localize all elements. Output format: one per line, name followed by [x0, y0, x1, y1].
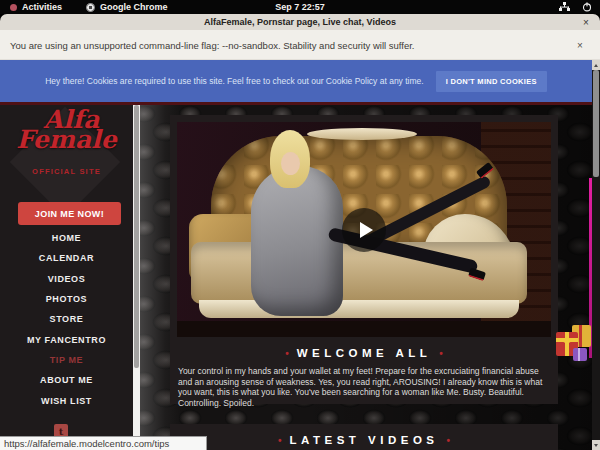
scroll-down-button[interactable] — [592, 440, 600, 450]
model-fur-coat — [251, 166, 343, 316]
sidebar-item-wish-list[interactable]: WISH LIST — [0, 390, 133, 410]
welcome-title: WELCOME ALL — [297, 347, 432, 359]
join-me-now-button[interactable]: JOIN ME NOW! — [18, 202, 121, 225]
network-icon[interactable] — [559, 2, 570, 12]
latest-videos-card: • LATEST VIDEOS • — [170, 424, 558, 450]
window-title: AlfaFemale, Pornstar page, Live chat, Vi… — [0, 14, 600, 30]
screen: Activities Google Chrome Sep 7 22:57 Alf… — [0, 0, 600, 450]
heading-dot-icon: • — [439, 348, 443, 359]
sidebar-nav: HOME CALENDAR VIDEOS PHOTOS STORE MY FAN… — [0, 228, 133, 411]
gift-tip-widget[interactable] — [556, 322, 592, 362]
system-tray — [559, 0, 592, 14]
couch-base — [199, 300, 519, 318]
video-floor — [177, 321, 551, 337]
play-icon — [360, 222, 373, 238]
cookie-message: Hey there! Cookies are required to use t… — [45, 76, 423, 86]
welcome-card: • WELCOME ALL • Your control in my hands… — [170, 115, 558, 404]
latest-videos-title: LATEST VIDEOS — [289, 434, 438, 446]
welcome-heading: • WELCOME ALL • — [170, 347, 558, 359]
gnome-top-bar: Activities Google Chrome Sep 7 22:57 — [0, 0, 600, 14]
couch-crest — [307, 128, 417, 140]
sidebar-item-calendar[interactable]: CALENDAR — [0, 248, 133, 268]
flag-message: You are using an unsupported command-lin… — [10, 30, 415, 60]
heading-dot-icon: • — [278, 435, 282, 446]
logo-line-2: Female — [0, 127, 133, 153]
scroll-down-icon — [594, 444, 598, 447]
cookie-banner: Hey there! Cookies are required to use t… — [0, 60, 592, 102]
heading-dot-icon: • — [285, 348, 289, 359]
sidebar-item-tip-me[interactable]: TIP ME — [0, 350, 133, 370]
sidebar-item-about-me[interactable]: ABOUT ME — [0, 370, 133, 390]
sidebar: Alfa Female OFFICIAL SITE JOIN ME NOW! H… — [0, 105, 133, 450]
latest-videos-heading: • LATEST VIDEOS • — [170, 434, 558, 446]
infobar-close-icon[interactable]: × — [574, 39, 586, 51]
gift-icon-purple — [573, 348, 587, 361]
window-title-bar[interactable]: AlfaFemale, Pornstar page, Live chat, Vi… — [0, 14, 600, 30]
sidebar-item-home[interactable]: HOME — [0, 228, 133, 248]
welcome-paragraph: Your control in my hands and your wallet… — [178, 366, 552, 409]
play-button[interactable] — [342, 208, 386, 252]
model-face — [281, 152, 300, 175]
sidebar-item-photos[interactable]: PHOTOS — [0, 289, 133, 309]
sidebar-scrollbar[interactable] — [133, 105, 140, 450]
gift-bow-icon — [563, 338, 571, 343]
sidebar-item-my-fancentro[interactable]: MY FANCENTRO — [0, 329, 133, 349]
video-player[interactable] — [177, 122, 551, 337]
scroll-up-icon — [594, 64, 598, 67]
site-logo[interactable]: Alfa Female — [0, 107, 133, 153]
flag-infobar: You are using an unsupported command-lin… — [0, 30, 600, 60]
sidebar-item-store[interactable]: STORE — [0, 309, 133, 329]
clock[interactable]: Sep 7 22:57 — [0, 0, 600, 14]
page-scrollbar-thumb[interactable] — [593, 70, 599, 177]
status-url-tooltip: https://alfafemale.modelcentro.com/tips — [0, 436, 207, 450]
window-close-icon[interactable]: × — [580, 16, 592, 28]
official-site-tagline: OFFICIAL SITE — [0, 167, 133, 176]
cookie-accept-button[interactable]: I DON'T MIND COOKIES — [436, 71, 547, 92]
page-scrollbar[interactable] — [592, 60, 600, 450]
sidebar-scrollbar-thumb[interactable] — [134, 105, 139, 368]
scroll-up-button[interactable] — [592, 60, 600, 70]
power-icon[interactable] — [582, 2, 592, 12]
sidebar-item-videos[interactable]: VIDEOS — [0, 269, 133, 289]
heading-dot-icon: • — [447, 435, 451, 446]
